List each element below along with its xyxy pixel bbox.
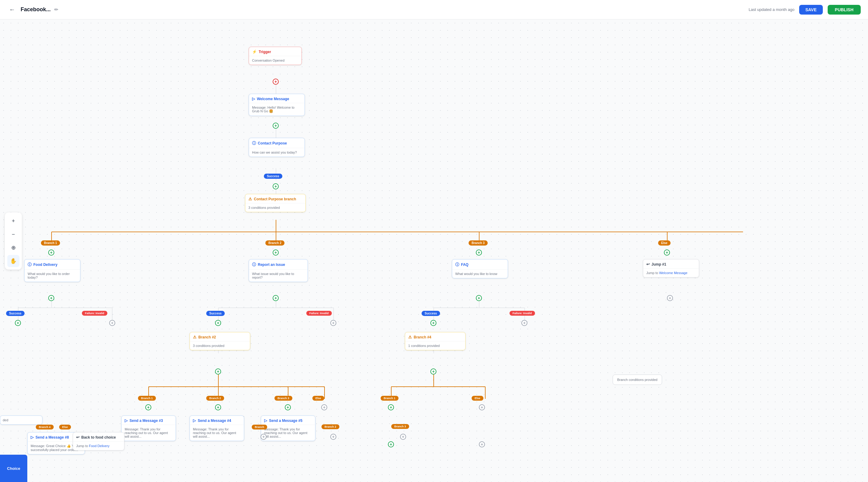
faq-failure-connector[interactable]: + [521, 320, 527, 326]
report-issue-node: ⓘ Report an Issue What issue would you l… [249, 259, 308, 282]
send3-header: ▷ Send a Message #3 [122, 416, 176, 425]
report-icon: ⓘ [252, 262, 256, 267]
reset-view-button[interactable]: ⊕ [7, 242, 20, 254]
else-connector[interactable]: + [664, 250, 670, 256]
food-delivery-node: ⓘ Food Delivery What would you like to o… [24, 259, 81, 282]
cp-header: ⓘ Contact Purpose [249, 138, 305, 148]
branch3-pill: Branch 3 [469, 240, 488, 246]
report-success-connector[interactable]: + [215, 320, 221, 326]
welcome-label: Welcome Message [257, 97, 289, 101]
last-updated-text: Last updated a month ago [748, 7, 794, 12]
b2-b3-connector[interactable]: + [285, 404, 291, 410]
zoom-out-button[interactable]: − [7, 228, 20, 240]
canvas: ⚡ Trigger Conversation Opened + ▷ Welcom… [0, 20, 868, 482]
branch2-bottom-connector[interactable]: + [330, 434, 336, 440]
report-success-pill: Success [206, 311, 225, 316]
header: ← Facebook... ✏ Last updated a month ago… [0, 0, 868, 20]
send7-partial-node: ded [0, 416, 42, 425]
choice-label: Choice [7, 466, 20, 471]
faq-node: ⓘ FAQ What would you like to know [452, 259, 508, 278]
send8-icon: ▷ [31, 435, 34, 440]
branch2-out-connector[interactable]: + [215, 368, 221, 374]
jump1-out-connector[interactable]: + [667, 295, 673, 301]
trigger-node: ⚡ Trigger Conversation Opened [249, 47, 302, 65]
branch4-icon: ⚠ [408, 335, 412, 339]
jump1-link[interactable]: Welcome Message [659, 271, 687, 275]
edit-icon[interactable]: ✏ [54, 7, 58, 12]
branch3-connector[interactable]: + [476, 250, 482, 256]
faq-out-connector[interactable]: + [476, 295, 482, 301]
send5-icon: ▷ [264, 418, 267, 423]
branch-note-text: Branch conditions provided [617, 378, 657, 381]
food-header: ⓘ Food Delivery [25, 259, 80, 270]
branch2-node: ⚠ Branch #2 3 conditions provided [190, 332, 250, 350]
cp-branch-body: 3 conditions provided [245, 203, 305, 212]
report-out-connector[interactable]: + [273, 295, 279, 301]
jump1-label: Jump #1 [651, 262, 666, 266]
save-button[interactable]: SAVE [799, 5, 823, 15]
canvas-inner: ⚡ Trigger Conversation Opened + ▷ Welcom… [0, 20, 868, 482]
faq-label: FAQ [461, 262, 469, 267]
back-button[interactable]: ← [7, 5, 17, 15]
zoom-in-button[interactable]: + [7, 215, 20, 227]
faq-failure-pill: Failure: Invalid [509, 311, 535, 316]
branch4-header: ⚠ Branch #4 [405, 332, 465, 341]
food-out-connector[interactable]: + [48, 295, 54, 301]
b4-b1-bottom-connector[interactable]: + [388, 441, 394, 447]
branch2-body: 3 conditions provided [190, 341, 250, 350]
faq-icon: ⓘ [455, 262, 459, 267]
back-food-body: Jump to Food Delivery [73, 442, 124, 450]
branch1-connector[interactable]: + [48, 250, 54, 256]
branch2-label: Branch #2 [198, 335, 216, 339]
send7-body: ded [0, 416, 42, 424]
send5-label: Send a Message #5 [269, 419, 302, 423]
back-food-link[interactable]: Food Delivery [89, 444, 110, 448]
b4-b1-connector[interactable]: + [388, 404, 394, 410]
message-icon: ▷ [252, 96, 255, 101]
branch4-out-connector[interactable]: + [430, 368, 436, 374]
cp-branch-label: Contact Purpose branch [254, 197, 296, 201]
report-label: Report an Issue [258, 262, 285, 267]
trigger-out-connector[interactable]: + [273, 79, 279, 85]
branch4-node: ⚠ Branch #4 1 conditions provided [405, 332, 466, 350]
b2-branch3-pill: Branch 3 [275, 396, 292, 401]
send3-body: Message: Thank you for reaching out to u… [122, 425, 176, 441]
cp-label: Contact Purpose [258, 141, 287, 145]
cp-branch-node: ⚠ Contact Purpose branch 3 conditions pr… [245, 194, 306, 212]
branch-bottom-connector[interactable]: + [260, 434, 267, 440]
back-food-label: Back to food choice [81, 435, 116, 440]
branch-plain-pill: Branch [252, 425, 267, 429]
hand-tool-button[interactable]: ✋ [7, 255, 20, 267]
jump1-header: ↩ Jump #1 [643, 259, 699, 268]
send3-label: Send a Message #3 [129, 419, 163, 423]
branch-icon: ⚠ [248, 197, 252, 201]
branch2-icon: ⚠ [193, 335, 196, 339]
b4-else-bottom-connector[interactable]: + [479, 441, 485, 447]
faq-success-connector[interactable]: + [430, 320, 436, 326]
report-header: ⓘ Report an Issue [249, 259, 308, 270]
jump1-body: Jump to Welcome Message [643, 268, 699, 277]
b2-branch2-pill: Branch 2 [206, 396, 224, 401]
branch3-bottom-connector[interactable]: + [400, 434, 406, 440]
branch4-body: 1 conditions provided [405, 341, 465, 350]
b2-b2-connector[interactable]: + [215, 404, 221, 410]
b2-b1-connector[interactable]: + [145, 404, 151, 410]
food-icon: ⓘ [28, 262, 32, 267]
else-pill-left: Else [59, 425, 71, 429]
welcome-out-connector[interactable]: + [273, 123, 279, 129]
canvas-tools: + − ⊕ ✋ [5, 212, 22, 270]
cp-success-connector[interactable]: + [273, 183, 279, 190]
send4-body: Message: Thank you for reaching out to u… [190, 425, 244, 441]
trigger-header: ⚡ Trigger [249, 47, 302, 56]
b2-else-connector[interactable]: + [321, 404, 327, 410]
food-success-connector[interactable]: + [15, 320, 21, 326]
welcome-header: ▷ Welcome Message [249, 94, 305, 103]
b4-else-connector[interactable]: + [479, 404, 485, 410]
report-failure-connector[interactable]: + [330, 320, 336, 326]
choice-panel: Choice [0, 455, 27, 482]
publish-button[interactable]: PUBLISH [828, 5, 861, 15]
trigger-body: Conversation Opened [249, 56, 302, 65]
branch2-connector[interactable]: + [273, 250, 279, 256]
food-body: What would you like to order today? [25, 270, 80, 282]
food-failure-connector[interactable]: + [109, 320, 115, 326]
